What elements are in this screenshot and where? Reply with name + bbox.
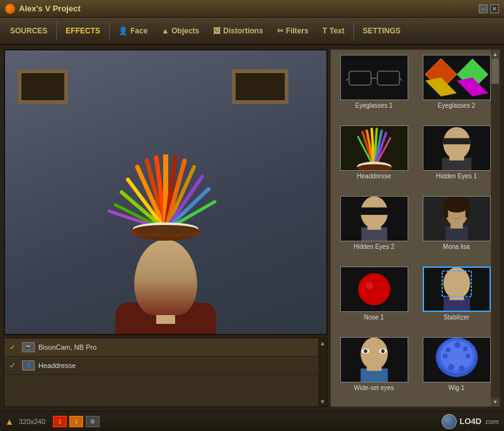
warning-icon: ▲: [5, 417, 14, 427]
effect-label-stabilizer: Stabilizer: [444, 314, 469, 321]
status-icon-3[interactable]: ⚙: [86, 416, 100, 427]
effect-stabilizer[interactable]: Stabilizer: [416, 264, 497, 333]
effect-label-wig1: Wig 1: [449, 384, 465, 391]
svg-rect-53: [450, 224, 463, 229]
effect-wig1[interactable]: Wig 1: [416, 335, 497, 404]
status-icon-2[interactable]: 1: [69, 416, 83, 427]
effect-eyeglasses2[interactable]: Eyeglasses 2: [416, 52, 497, 122]
settings-tab[interactable]: SETTINGS: [357, 20, 407, 42]
right-panel: Eyeglasses 1 Eyeglasses 2: [330, 49, 500, 407]
status-icon-1[interactable]: 1: [53, 416, 67, 427]
filters-icon: ✂: [277, 26, 284, 35]
title-left: Alex's V Project: [5, 4, 81, 14]
effect-eyeglasses1[interactable]: Eyeglasses 1: [333, 52, 415, 122]
source-label-1: Headdresse: [38, 362, 76, 369]
effect-thumb-hidden-eyes2: [340, 196, 408, 241]
svg-rect-17: [377, 71, 399, 85]
toolbar-separator: [56, 21, 57, 40]
svg-point-77: [445, 347, 450, 352]
source-label-0: BisonCam, NB Pro: [38, 343, 96, 351]
source-list: ✓ 📷 BisonCam, NB Pro ✓ 👤 Headdresse ▲ ▼: [4, 338, 328, 407]
svg-rect-16: [349, 71, 371, 85]
objects-icon: ▲: [161, 26, 169, 35]
source-item-1[interactable]: ✓ 👤 Headdresse: [4, 357, 327, 375]
svg-rect-42: [449, 156, 464, 161]
effect-label-nose1: Nose 1: [364, 314, 384, 321]
effect-headdresse[interactable]: Headdresse: [333, 123, 415, 192]
toolbar-separator-2: [109, 21, 110, 40]
filters-tab[interactable]: ✂ Filters: [271, 20, 315, 42]
svg-point-78: [454, 342, 461, 348]
scroll-up-arrow[interactable]: ▲: [319, 340, 326, 347]
effect-thumb-hidden-eyes1: [423, 125, 491, 171]
svg-rect-40: [443, 138, 470, 144]
effect-thumb-nose1: [340, 267, 408, 312]
close-button[interactable]: ✕: [490, 4, 499, 13]
title-controls: – ✕: [479, 4, 499, 13]
check-icon: ✓: [9, 343, 18, 352]
distortions-tab[interactable]: 🖼 Distortions: [207, 20, 269, 42]
effect-thumb-wide-set-eyes: [340, 337, 408, 382]
svg-point-58: [358, 273, 390, 305]
effect-wide-set-eyes[interactable]: Wide-set eyes: [333, 335, 415, 404]
face-icon: 👤: [118, 26, 128, 35]
left-panel: ▶ 00:00:00 ⬛ ✓: [4, 49, 328, 407]
lo4d-globe-icon: [442, 414, 457, 429]
video-background: [5, 50, 326, 334]
app-icon: [5, 4, 15, 14]
effect-thumb-eyeglasses1: [340, 55, 408, 100]
status-icons: 1 1 ⚙: [53, 416, 100, 427]
effect-thumb-stabilizer: [423, 267, 491, 312]
svg-marker-26: [457, 78, 488, 96]
scroll-down-arrow[interactable]: ▼: [319, 398, 326, 405]
source-thumb-webcam: 📷: [22, 342, 35, 352]
title-text: Alex's V Project: [19, 4, 81, 13]
text-tab[interactable]: T Text: [316, 20, 351, 42]
title-bar: Alex's V Project – ✕: [0, 0, 504, 18]
effects-grid: Eyeglasses 1 Eyeglasses 2: [331, 50, 500, 406]
effect-nose1[interactable]: Nose 1: [333, 264, 415, 333]
toolbar: SOURCES EFFECTS 👤 Face ▲ Objects 🖼 Disto…: [0, 18, 504, 45]
right-scrollbar: ▲ ▼: [491, 50, 500, 406]
effect-hidden-eyes1[interactable]: Hidden Eyes 1: [416, 123, 497, 192]
scroll-up-button[interactable]: ▲: [491, 50, 500, 59]
effect-thumb-headdresse: [340, 125, 408, 171]
effect-hidden-eyes2[interactable]: Hidden Eyes 2: [333, 193, 415, 263]
scroll-down-button[interactable]: ▼: [491, 398, 500, 406]
scroll-thumb[interactable]: [491, 59, 499, 84]
effect-label-eyeglasses2: Eyeglasses 2: [438, 102, 475, 109]
effect-thumb-mona-lisa: [423, 196, 491, 241]
source-item-0[interactable]: ✓ 📷 BisonCam, NB Pro: [4, 338, 327, 357]
status-bar: ▲ 320x240 1 1 ⚙ LO4D .com: [0, 411, 504, 431]
source-scrollbar: ▲ ▼: [318, 338, 327, 406]
svg-point-59: [365, 282, 373, 289]
video-controls: ▶ 00:00:00 ⬛: [5, 334, 326, 335]
lo4d-text: LO4D: [459, 417, 481, 426]
room-frame-left: [18, 69, 68, 104]
room-frame-right: [232, 69, 289, 104]
svg-rect-72: [367, 366, 382, 371]
svg-point-66: [360, 338, 387, 370]
svg-point-69: [364, 349, 367, 353]
effect-label-eyeglasses1: Eyeglasses 1: [355, 102, 392, 109]
effects-tab[interactable]: EFFECTS: [59, 20, 106, 42]
sources-tab[interactable]: SOURCES: [4, 20, 54, 42]
effect-label-hidden-eyes1: Hidden Eyes 1: [436, 173, 477, 180]
effect-label-mona-lisa: Mona lisa: [443, 243, 470, 250]
headdress-feathers: [103, 154, 229, 236]
svg-marker-25: [425, 78, 457, 96]
scroll-track: [491, 59, 500, 398]
svg-point-61: [443, 267, 469, 299]
face-tab[interactable]: 👤 Face: [112, 20, 154, 42]
minimize-button[interactable]: –: [479, 4, 488, 13]
svg-rect-56: [465, 204, 469, 217]
distortions-icon: 🖼: [213, 26, 220, 35]
objects-tab[interactable]: ▲ Objects: [155, 20, 205, 42]
effect-thumb-wig1: [423, 337, 491, 382]
svg-rect-47: [367, 225, 381, 230]
toolbar-separator-3: [353, 21, 354, 40]
svg-point-82: [448, 364, 454, 371]
effect-mona-lisa[interactable]: Mona lisa: [416, 193, 497, 263]
video-container: ▶ 00:00:00 ⬛: [4, 49, 328, 335]
lo4d-logo: LO4D .com: [442, 414, 499, 429]
